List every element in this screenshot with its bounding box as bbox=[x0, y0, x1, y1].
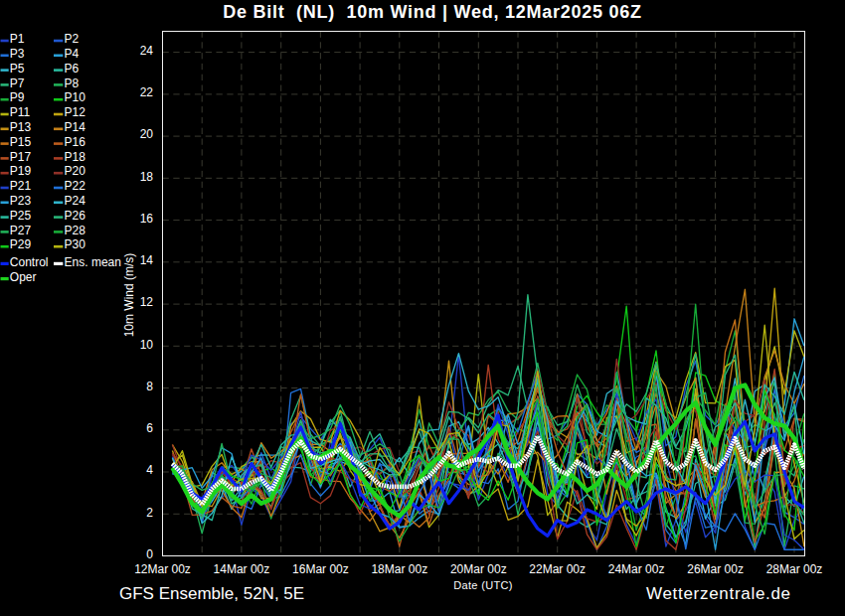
svg-text:P8: P8 bbox=[65, 77, 80, 90]
svg-text:P6: P6 bbox=[65, 62, 80, 76]
svg-text:P2: P2 bbox=[65, 32, 80, 46]
svg-text:P20: P20 bbox=[65, 164, 86, 178]
svg-text:26Mar 00z: 26Mar 00z bbox=[687, 562, 744, 576]
svg-text:16: 16 bbox=[140, 212, 154, 226]
svg-text:22: 22 bbox=[140, 85, 154, 99]
svg-text:Oper: Oper bbox=[10, 270, 37, 284]
svg-text:14Mar 00z: 14Mar 00z bbox=[214, 562, 270, 576]
svg-text:P19: P19 bbox=[10, 164, 32, 178]
svg-text:GFS Ensemble, 52N, 5E: GFS Ensemble, 52N, 5E bbox=[119, 584, 304, 603]
svg-text:2: 2 bbox=[146, 506, 153, 520]
svg-text:P18: P18 bbox=[65, 150, 86, 164]
svg-text:P30: P30 bbox=[65, 237, 86, 251]
svg-text:P25: P25 bbox=[10, 209, 32, 223]
svg-text:18: 18 bbox=[140, 170, 154, 184]
svg-text:P15: P15 bbox=[10, 135, 32, 149]
svg-text:P4: P4 bbox=[65, 47, 80, 61]
svg-text:P16: P16 bbox=[65, 135, 86, 149]
svg-text:P13: P13 bbox=[10, 120, 32, 134]
svg-text:18Mar 00z: 18Mar 00z bbox=[371, 562, 427, 576]
svg-text:P12: P12 bbox=[65, 105, 86, 119]
svg-text:P28: P28 bbox=[65, 224, 86, 237]
svg-text:24Mar 00z: 24Mar 00z bbox=[608, 562, 665, 576]
svg-text:P1: P1 bbox=[10, 32, 25, 46]
svg-text:14: 14 bbox=[140, 253, 154, 267]
svg-text:P26: P26 bbox=[65, 209, 86, 223]
svg-text:P5: P5 bbox=[10, 62, 25, 76]
svg-text:20Mar 00z: 20Mar 00z bbox=[450, 562, 507, 576]
svg-text:28Mar 00z: 28Mar 00z bbox=[766, 562, 823, 576]
svg-text:P9: P9 bbox=[10, 90, 25, 104]
svg-text:24: 24 bbox=[140, 44, 154, 58]
svg-text:P14: P14 bbox=[65, 120, 86, 134]
svg-text:6: 6 bbox=[146, 421, 153, 435]
svg-text:P10: P10 bbox=[65, 90, 86, 104]
svg-text:P27: P27 bbox=[10, 224, 32, 237]
svg-text:P11: P11 bbox=[10, 105, 31, 119]
svg-text:Ens. mean: Ens. mean bbox=[65, 255, 121, 269]
svg-text:Wetterzentrale.de: Wetterzentrale.de bbox=[646, 584, 791, 603]
svg-text:P21: P21 bbox=[10, 179, 32, 193]
svg-text:20: 20 bbox=[140, 127, 154, 141]
svg-text:22Mar 00z: 22Mar 00z bbox=[529, 562, 586, 576]
svg-text:8: 8 bbox=[146, 380, 153, 393]
svg-text:Date (UTC): Date (UTC) bbox=[453, 579, 512, 591]
svg-text:10: 10 bbox=[140, 338, 154, 352]
svg-text:P24: P24 bbox=[65, 194, 86, 208]
svg-text:De Bilt (NL) 10m Wind | Wed,: De Bilt (NL) 10m Wind | Wed, 12Mar2025 0… bbox=[223, 2, 642, 22]
svg-text:12Mar 00z: 12Mar 00z bbox=[134, 562, 191, 576]
svg-text:0: 0 bbox=[146, 547, 153, 561]
svg-text:12: 12 bbox=[140, 295, 154, 309]
svg-text:P3: P3 bbox=[10, 47, 25, 61]
svg-text:P22: P22 bbox=[65, 179, 86, 193]
svg-text:P29: P29 bbox=[10, 237, 32, 251]
svg-text:4: 4 bbox=[146, 463, 153, 477]
svg-text:10m Wind (m/s): 10m Wind (m/s) bbox=[122, 253, 136, 338]
svg-text:16Mar 00z: 16Mar 00z bbox=[292, 562, 349, 576]
svg-text:P23: P23 bbox=[10, 194, 32, 208]
svg-text:Control: Control bbox=[10, 255, 49, 269]
svg-text:P17: P17 bbox=[10, 150, 32, 164]
svg-text:P7: P7 bbox=[10, 77, 25, 90]
